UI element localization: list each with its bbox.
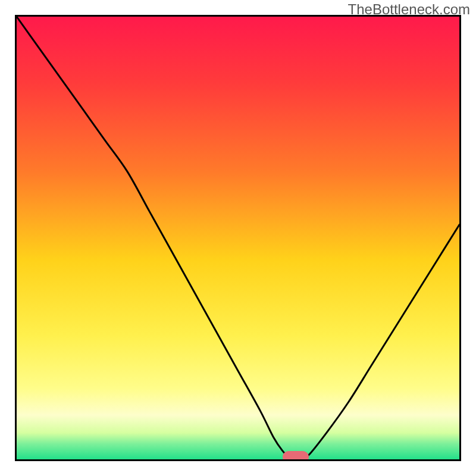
watermark-text: TheBottleneck.com xyxy=(348,1,470,18)
chart-container: TheBottleneck.com xyxy=(0,0,476,476)
plot-area xyxy=(15,15,461,461)
bottleneck-curve xyxy=(17,17,459,459)
optimal-marker xyxy=(283,451,309,461)
